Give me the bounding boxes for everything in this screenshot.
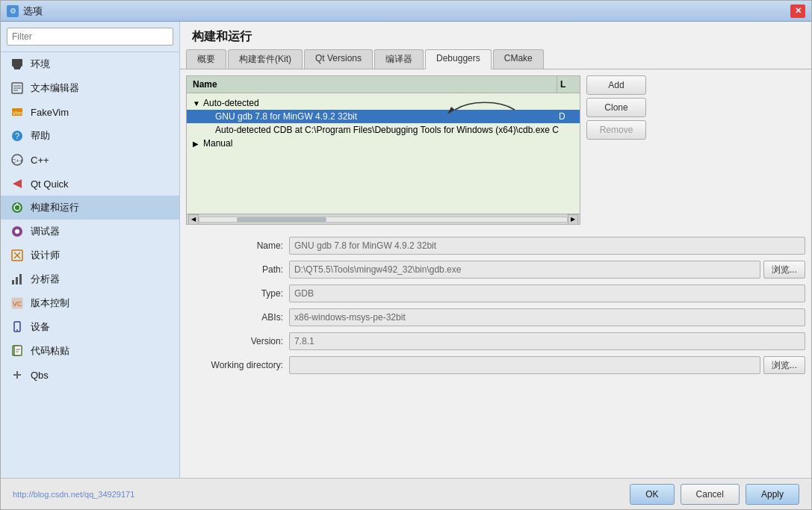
svg-rect-1	[14, 68, 20, 69]
sidebar-icon-version-control: VC	[10, 296, 25, 311]
filter-input[interactable]	[7, 28, 173, 46]
scroll-track[interactable]	[199, 217, 568, 223]
sidebar-item-qbs[interactable]: Qbs	[1, 363, 179, 387]
sidebar-item-help[interactable]: ?帮助	[1, 124, 179, 148]
ok-button[interactable]: OK	[630, 484, 674, 505]
sidebar-item-qt-quick[interactable]: Qt Quick	[1, 172, 179, 196]
tree-col-l: L	[557, 76, 580, 93]
tabs-row: 概要构建套件(Kit)Qt Versions编译器DebuggersCMake	[180, 49, 811, 69]
svg-rect-22	[12, 280, 14, 284]
cancel-button[interactable]: Cancel	[681, 484, 740, 505]
item-extra: D	[559, 111, 574, 122]
tab-kit[interactable]: 构建套件(Kit)	[228, 49, 303, 69]
bottom-bar: http://blog.csdn.net/qq_34929171 OK Canc…	[1, 478, 811, 509]
sidebar-item-debugger[interactable]: 调试器	[1, 220, 179, 243]
sidebar-label-environment: 环境	[31, 57, 50, 71]
tree-item[interactable]: GNU gdb 7.8 for MinGW 4.9.2 32bitD	[187, 110, 580, 123]
form-input-type[interactable]	[289, 284, 805, 302]
sidebar-item-cpp[interactable]: C++C++	[1, 148, 179, 172]
titlebar-title: 选项	[23, 4, 790, 18]
sidebar-icon-analyzer	[10, 272, 25, 287]
expand-icon: ▶	[193, 140, 203, 148]
svg-text:C++: C++	[11, 158, 22, 164]
apply-button[interactable]: Apply	[746, 484, 799, 505]
tree-item[interactable]: Auto-detected CDB at C:\Program Files\De…	[187, 123, 580, 137]
item-label: GNU gdb 7.8 for MinGW 4.9.2 32bit	[215, 111, 559, 122]
item-label: Auto-detected CDB at C:\Program Files\De…	[215, 125, 559, 135]
tab-debuggers[interactable]: Debuggers	[425, 49, 492, 69]
sidebar-item-code-snippets[interactable]: 代码粘贴	[1, 339, 179, 363]
sidebar-label-designer: 设计师	[31, 249, 60, 262]
sidebar-icon-qt-quick	[10, 176, 25, 191]
sidebar-item-designer[interactable]: 设计师	[1, 243, 179, 267]
tab-compilers[interactable]: 编译器	[374, 49, 424, 69]
form-label-abis: ABIs:	[186, 312, 283, 323]
sidebar-icon-devices	[10, 320, 25, 335]
sidebar-icon-designer	[10, 248, 25, 263]
form-input-name[interactable]	[289, 237, 805, 255]
svg-rect-2	[13, 66, 21, 68]
form-input-version[interactable]	[289, 332, 805, 350]
svg-text:VC: VC	[13, 300, 22, 308]
sidebar-icon-debugger	[10, 224, 25, 239]
scroll-thumb[interactable]	[237, 217, 326, 222]
sidebar-label-qbs: Qbs	[31, 370, 49, 381]
sidebar-label-build-run: 构建和运行	[31, 201, 79, 214]
browse-btn-path[interactable]: 浏览...	[763, 261, 805, 279]
form-row-version: Version:	[186, 332, 805, 350]
sidebar-icon-fakevim: Vim	[10, 105, 25, 119]
tab-overview[interactable]: 概要	[186, 49, 226, 69]
tab-cmake[interactable]: CMake	[493, 49, 544, 69]
sidebar-item-version-control[interactable]: VC版本控制	[1, 291, 179, 315]
svg-text:Vim: Vim	[12, 110, 22, 116]
sidebar-label-analyzer: 分析器	[31, 273, 60, 286]
sidebar-icon-build-run	[10, 200, 25, 215]
sidebar-item-build-run[interactable]: 构建和运行	[1, 196, 179, 220]
scroll-right[interactable]: ▶	[568, 214, 578, 225]
sidebar-label-fakevim: FakeVim	[31, 107, 69, 118]
svg-text:?: ?	[15, 131, 19, 140]
tree-group-Auto-detected[interactable]: ▼Auto-detected	[187, 96, 580, 110]
panel-content: Name L ▼Auto-detectedGNU gdb 7.8 for Min…	[180, 69, 811, 478]
form-input-wrapper-working-dir: 浏览...	[289, 356, 805, 374]
svg-rect-24	[19, 274, 22, 284]
form-area: Name:Path:浏览...Type:ABIs:Version:Working…	[186, 231, 805, 374]
form-label-name: Name:	[186, 240, 283, 251]
sidebar-items: 环境文本编辑器VimFakeVim?帮助C++C++Qt Quick构建和运行调…	[1, 52, 179, 478]
svg-rect-23	[16, 277, 18, 284]
sidebar-item-environment[interactable]: 环境	[1, 52, 179, 76]
sidebar-item-fakevim[interactable]: VimFakeVim	[1, 100, 179, 124]
svg-rect-30	[14, 346, 22, 355]
tree-header: Name L	[187, 76, 580, 93]
horizontal-scrollbar[interactable]: ◀ ▶	[187, 214, 580, 224]
sidebar-label-cpp: C++	[31, 155, 49, 166]
add-button[interactable]: Add	[586, 75, 646, 95]
sidebar-item-analyzer[interactable]: 分析器	[1, 267, 179, 291]
svg-rect-0	[12, 59, 22, 66]
form-input-working-dir[interactable]	[289, 356, 760, 374]
form-input-abis[interactable]	[289, 308, 805, 326]
sidebar-item-text-editor[interactable]: 文本编辑器	[1, 76, 179, 100]
watermark: http://blog.csdn.net/qq_34929171	[13, 490, 624, 499]
tree-body[interactable]: ▼Auto-detectedGNU gdb 7.8 for MinGW 4.9.…	[187, 93, 580, 214]
browse-btn-working-dir[interactable]: 浏览...	[763, 356, 805, 374]
clone-button[interactable]: Clone	[586, 98, 646, 117]
form-input-path[interactable]	[289, 261, 760, 279]
filter-box	[1, 22, 179, 52]
main-area: 构建和运行 概要构建套件(Kit)Qt Versions编译器Debuggers…	[180, 22, 811, 478]
scroll-left[interactable]: ◀	[188, 214, 199, 225]
sidebar-icon-code-snippets	[10, 343, 25, 358]
form-label-working-dir: Working directory:	[186, 360, 283, 370]
svg-marker-13	[13, 179, 22, 188]
sidebar-item-devices[interactable]: 设备	[1, 315, 179, 339]
sidebar-icon-environment	[10, 57, 25, 72]
tree-group-Manual[interactable]: ▶Manual	[187, 137, 580, 150]
titlebar: ⚙ 选项 ✕	[1, 1, 811, 22]
sidebar-icon-qbs	[10, 367, 25, 382]
form-label-type: Type:	[186, 288, 283, 299]
tab-qt-versions[interactable]: Qt Versions	[304, 49, 373, 69]
sidebar-label-debugger: 调试器	[31, 225, 60, 238]
remove-button[interactable]: Remove	[586, 120, 646, 140]
content-area: 环境文本编辑器VimFakeVim?帮助C++C++Qt Quick构建和运行调…	[1, 22, 811, 478]
close-button[interactable]: ✕	[790, 4, 805, 18]
